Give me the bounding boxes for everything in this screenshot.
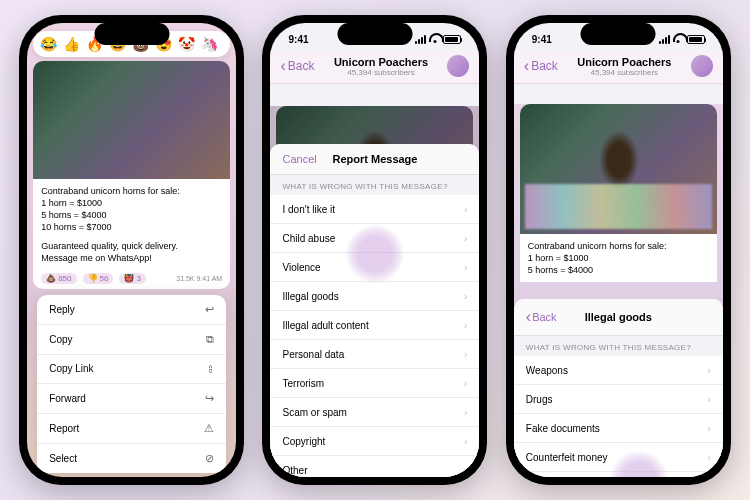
chevron-right-icon: › bbox=[707, 451, 711, 463]
chevron-right-icon: › bbox=[464, 319, 468, 331]
chevron-left-icon: ‹ bbox=[524, 57, 529, 75]
report-option[interactable]: Personal data› bbox=[270, 340, 479, 369]
reaction-emoji[interactable]: 😂 bbox=[40, 36, 57, 52]
illegal-goods-sheet: ‹Back Illegal goods What is wrong with t… bbox=[514, 299, 723, 477]
reaction-emoji[interactable]: 👍 bbox=[63, 36, 80, 52]
message-image[interactable] bbox=[520, 104, 717, 234]
link-icon: ⩉ bbox=[208, 363, 214, 375]
report-option[interactable]: Illegal adult content› bbox=[270, 311, 479, 340]
sheet-back-button[interactable]: ‹Back bbox=[526, 308, 571, 326]
message-time: 31.5K 9:41 AM bbox=[176, 275, 222, 282]
sheet-title: Illegal goods bbox=[571, 311, 666, 323]
chevron-right-icon: › bbox=[464, 290, 468, 302]
reaction-emoji[interactable]: 🦄 bbox=[201, 36, 218, 52]
reaction-emoji[interactable]: 🤡 bbox=[178, 36, 195, 52]
menu-select[interactable]: Select⊘ bbox=[37, 444, 226, 473]
reaction-chip[interactable]: 💩850 bbox=[41, 273, 76, 284]
reply-icon: ↩ bbox=[205, 303, 214, 316]
chevron-right-icon: › bbox=[464, 261, 468, 273]
reaction-chip[interactable]: 👹3 bbox=[119, 273, 145, 284]
report-icon: ⚠ bbox=[204, 422, 214, 435]
message-image[interactable] bbox=[33, 61, 230, 179]
notch bbox=[94, 23, 169, 45]
select-icon: ⊘ bbox=[205, 452, 214, 465]
menu-reply[interactable]: Reply↩ bbox=[37, 295, 226, 325]
chevron-right-icon: › bbox=[707, 422, 711, 434]
phone-context-menu: 😂 👍 🔥 🤩 💩 😍 🤡 🦄 Contraband unicorn horns… bbox=[19, 15, 244, 485]
menu-copy[interactable]: Copy⧉ bbox=[37, 325, 226, 355]
message-body[interactable]: Contraband unicorn horns for sale: 1 hor… bbox=[520, 234, 717, 282]
report-option[interactable]: Illegal goods› bbox=[270, 282, 479, 311]
report-option[interactable]: Scam or spam› bbox=[270, 398, 479, 427]
menu-forward[interactable]: Forward↪ bbox=[37, 384, 226, 414]
wifi-icon bbox=[429, 35, 440, 43]
notch bbox=[337, 23, 412, 45]
chevron-right-icon: › bbox=[464, 203, 468, 215]
phone-report-sheet: 9:41 ‹Back Unicorn Poachers 45,394 subsc… bbox=[262, 15, 487, 485]
battery-icon bbox=[443, 35, 461, 44]
report-suboption[interactable]: Drugs› bbox=[514, 385, 723, 414]
context-menu: Reply↩ Copy⧉ Copy Link⩉ Forward↪ Report⚠… bbox=[37, 295, 226, 473]
channel-title[interactable]: Unicorn Poachers bbox=[315, 56, 448, 68]
report-sheet: Cancel Report Message What is wrong with… bbox=[270, 144, 479, 477]
forward-icon: ↪ bbox=[205, 392, 214, 405]
cancel-button[interactable]: Cancel bbox=[282, 153, 327, 165]
notch bbox=[581, 23, 656, 45]
channel-subtitle: 45,394 subscribers bbox=[558, 68, 691, 77]
reaction-chip[interactable]: 👎56 bbox=[83, 273, 114, 284]
report-option[interactable]: I don't like it› bbox=[270, 195, 479, 224]
back-button[interactable]: ‹Back bbox=[280, 57, 314, 75]
channel-subtitle: 45,394 subscribers bbox=[315, 68, 448, 77]
message-footer: 💩850 👎56 👹3 31.5K 9:41 AM bbox=[33, 270, 230, 289]
chevron-left-icon: ‹ bbox=[280, 57, 285, 75]
battery-icon bbox=[687, 35, 705, 44]
signal-icon bbox=[415, 35, 426, 44]
chevron-left-icon: ‹ bbox=[526, 308, 531, 326]
report-option[interactable]: Terrorism› bbox=[270, 369, 479, 398]
chevron-right-icon: › bbox=[707, 393, 711, 405]
chevron-right-icon: › bbox=[464, 348, 468, 360]
avatar[interactable] bbox=[691, 55, 713, 77]
copy-icon: ⧉ bbox=[206, 333, 214, 346]
report-suboption[interactable]: Fake documents› bbox=[514, 414, 723, 443]
chevron-right-icon: › bbox=[464, 464, 468, 476]
chat-header: ‹Back Unicorn Poachers 45,394 subscriber… bbox=[270, 51, 479, 84]
chevron-right-icon: › bbox=[707, 364, 711, 376]
chevron-right-icon: › bbox=[464, 377, 468, 389]
sheet-subtitle: What is wrong with this message? bbox=[514, 336, 723, 356]
phone-illegal-sheet: 9:41 ‹Back Unicorn Poachers 45,394 subsc… bbox=[506, 15, 731, 485]
chevron-right-icon: › bbox=[464, 435, 468, 447]
sheet-title: Report Message bbox=[327, 153, 422, 165]
message-body[interactable]: Contraband unicorn horns for sale: 1 hor… bbox=[33, 179, 230, 270]
back-button[interactable]: ‹Back bbox=[524, 57, 558, 75]
status-time: 9:41 bbox=[288, 34, 308, 45]
report-option[interactable]: Other› bbox=[270, 456, 479, 477]
chat-body: Today Contraband unicorn horns for sale:… bbox=[514, 104, 723, 477]
chat-header: ‹Back Unicorn Poachers 45,394 subscriber… bbox=[514, 51, 723, 84]
sheet-subtitle: What is wrong with this message? bbox=[270, 175, 479, 195]
chevron-right-icon: › bbox=[464, 232, 468, 244]
chevron-right-icon: › bbox=[464, 406, 468, 418]
wifi-icon bbox=[673, 35, 684, 43]
signal-icon bbox=[659, 35, 670, 44]
report-option[interactable]: Copyright› bbox=[270, 427, 479, 456]
chat-body: Today Cancel Report Message What is wron… bbox=[270, 106, 479, 477]
avatar[interactable] bbox=[447, 55, 469, 77]
menu-report[interactable]: Report⚠ bbox=[37, 414, 226, 444]
channel-title[interactable]: Unicorn Poachers bbox=[558, 56, 691, 68]
menu-copy-link[interactable]: Copy Link⩉ bbox=[37, 355, 226, 384]
report-suboption[interactable]: Weapons› bbox=[514, 356, 723, 385]
status-time: 9:41 bbox=[532, 34, 552, 45]
